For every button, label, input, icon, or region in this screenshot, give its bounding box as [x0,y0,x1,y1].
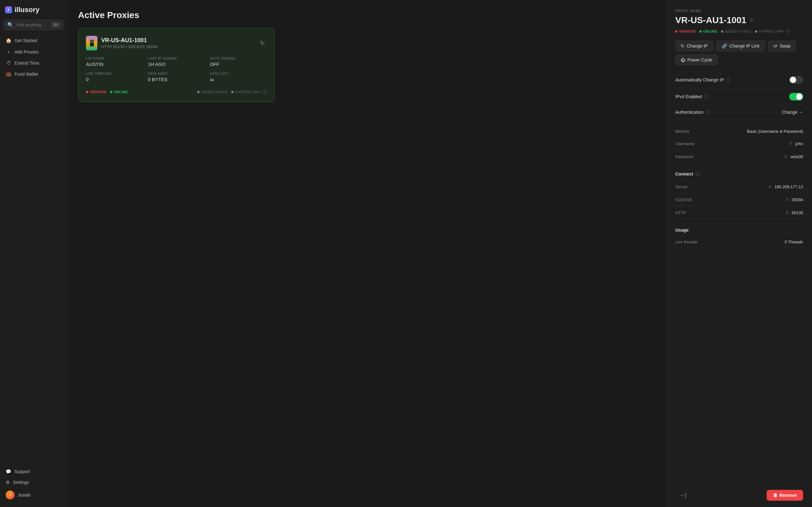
copy-username-button[interactable]: ⎘ [789,140,793,147]
power-cycle-button[interactable]: ⏻ Power Cycle [675,55,718,65]
panel-badge-expires: EXPIRES 1WK+ i [755,29,791,34]
power-icon: ⏻ [681,57,685,62]
stat-data-used-value: 0 BYTES [148,77,205,82]
authentication-label: Authentication i [675,110,710,115]
search-placeholder: Find anything... [16,22,49,27]
usage-section: Usage Live threads 0 Threads [675,226,803,248]
proxy-badges: VERIZON ONLINE ADDED 1H AGO EXPIRES 1WK+… [86,90,267,94]
password-row: Password ⎘ wick06 [675,150,803,163]
refresh-button[interactable]: ↻ [258,38,267,49]
stat-location-value: AUSTIN [86,61,143,67]
proxy-name-heading: VR-US-AU1-1001 ⎘ [675,15,803,25]
app-name: illusory [14,6,39,14]
auth-data-section: Method Basic (Username & Password) Usern… [675,126,803,163]
stat-live-threads: LIVE THREADS 0 [86,72,143,83]
copy-password-button[interactable]: ⎘ [784,153,788,160]
copy-server-button[interactable]: ⎘ [768,183,772,190]
proxy-card-protocols: HTTP 50135 • SOCKS5 39294 [101,44,158,49]
authentication-change-link[interactable]: Change → [782,110,803,115]
change-ip-icon: ↻ [681,43,684,49]
search-shortcut: ⌘K [51,22,60,27]
panel-carrier-dot [675,31,677,33]
password-label: Password [675,154,693,159]
stat-data-left-label: DATA LEFT [210,72,267,75]
sidebar-item-extend-time[interactable]: ⏱ Extend Time [3,58,65,68]
user-name: Josiah [18,493,31,498]
page-title: Active Proxies [78,10,656,20]
connect-section: Connect i Server ⎘ 185.209.177.12 SOCKS5… [675,170,803,219]
status-dot [110,91,112,93]
connect-info-icon[interactable]: i [695,172,700,176]
panel-proxy-name: VR-US-AU1-1001 [675,15,746,25]
stat-location: LOCATION AUSTIN [86,57,143,67]
stat-data-used-label: DATA USED [148,72,205,75]
sidebar-item-get-started[interactable]: 🏠 Get Started [3,35,65,46]
wallet-icon: 💼 [6,71,11,77]
avatar: J [6,491,14,499]
app-logo: ✦ illusory [0,0,67,18]
expires-info-icon[interactable]: i [262,90,267,94]
ipv4-enabled-toggle[interactable] [789,93,803,101]
password-value: wick06 [791,154,803,159]
sidebar-item-settings[interactable]: ⚙ Settings [3,477,65,487]
copy-socks5-button[interactable]: ⎘ [785,196,789,203]
stat-data-left: DATA LEFT ∞ [210,72,267,83]
http-value-row: ⎘ 50135 [785,210,803,216]
socks5-value-row: ⎘ 39294 [785,196,803,203]
panel-footer: →| 🗑 Remove [675,484,803,501]
proxy-card-title-row: 📱 VR-US-AU1-1001 HTTP 50135 • SOCKS5 392… [86,36,158,50]
swap-button[interactable]: ⇄ Swap [768,41,796,51]
http-row: HTTP ⎘ 50135 [675,206,803,219]
right-panel: PROXY NAME VR-US-AU1-1001 ⎘ VERIZON ONLI… [666,0,812,507]
copy-name-button[interactable]: ⎘ [750,17,754,24]
change-ip-link-button[interactable]: 🔗 Change IP Link [716,41,765,51]
stat-last-ip-change-value: 1H AGO [148,61,205,67]
auto-change-ip-toggle[interactable] [789,76,803,83]
swap-icon: ⇄ [774,43,777,49]
server-row: Server ⎘ 185.209.177.12 [675,180,803,193]
collapse-button[interactable]: →| [675,490,690,501]
auto-change-ip-label: Automatically Change IP i [675,77,730,82]
stat-data-used: DATA USED 0 BYTES [148,72,205,83]
remove-button[interactable]: 🗑 Remove [767,490,803,501]
search-bar[interactable]: 🔍 Find anything... ⌘K [4,20,64,30]
sidebar-item-add-proxies[interactable]: + Add Proxies [3,47,65,57]
badge-expires: EXPIRES 1WK+ i [231,90,267,94]
footer-label-support: Support [14,469,30,474]
home-icon: 🏠 [6,38,11,43]
settings-section: Automatically Change IP i IPv4 Enabled i… [675,72,803,119]
proxy-name-label: PROXY NAME [675,9,803,13]
toggle-thumb [790,77,796,83]
panel-expires-info-icon[interactable]: i [786,29,791,34]
nav-label-extend-time: Extend Time [14,60,39,66]
trash-icon: 🗑 [773,493,777,498]
panel-badge-added: ADDED 1H AGO [721,30,751,33]
badge-carrier: VERIZON [86,90,106,94]
nav-label-add-proxies: Add Proxies [14,49,38,55]
arrow-icon: → [799,110,803,115]
sidebar-item-support[interactable]: 💬 Support [3,466,65,476]
ipv4-info-icon[interactable]: i [704,95,708,99]
live-threads-value: 0 Threads [785,239,803,244]
proxy-stats: LOCATION AUSTIN LAST IP CHANGE 1H AGO AU… [86,57,267,83]
sidebar-item-fund-wallet[interactable]: 💼 Fund Wallet [3,69,65,79]
ipv4-enabled-row: IPv4 Enabled i [675,89,803,105]
add-icon: + [6,49,11,55]
user-profile[interactable]: J Josiah [3,488,65,502]
expires-dot [231,91,234,93]
auto-change-ip-row: Automatically Change IP i [675,72,803,89]
nav-label-get-started: Get Started [14,38,38,43]
stat-last-ip-change-label: LAST IP CHANGE [148,57,205,60]
stat-location-label: LOCATION [86,57,143,60]
copy-http-button[interactable]: ⎘ [785,210,789,216]
auto-change-info-icon[interactable]: i [726,78,730,82]
search-icon: 🔍 [7,22,14,28]
proxy-card-name: VR-US-AU1-1001 [101,37,158,44]
stat-data-left-value: ∞ [210,77,267,83]
change-ip-button[interactable]: ↻ Change IP [675,41,713,51]
panel-expires-dot [755,31,757,33]
panel-status-dot [699,31,702,33]
badges-right: ADDED 1H AGO EXPIRES 1WK+ i [197,90,267,94]
auth-info-icon[interactable]: i [706,110,710,114]
username-value-row: ⎘ john [789,140,803,147]
